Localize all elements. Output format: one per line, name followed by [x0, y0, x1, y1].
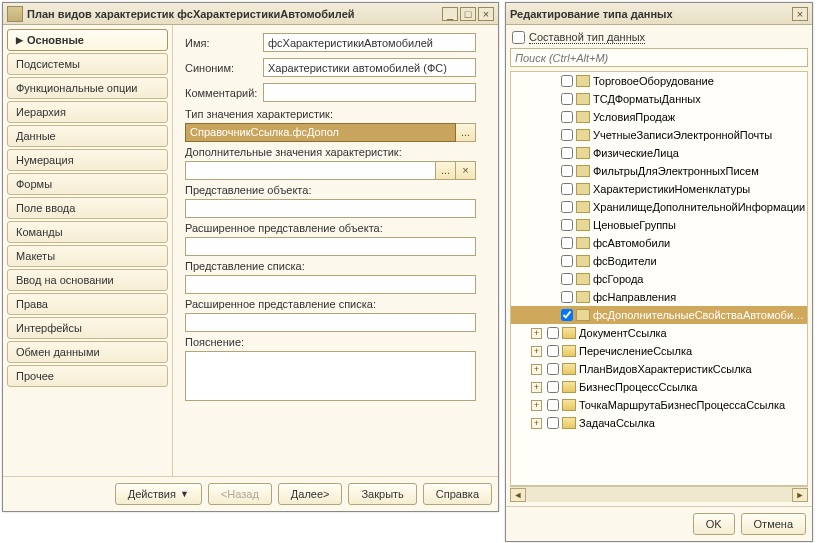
types-tree[interactable]: ТорговоеОборудованиеТСДФорматыДанныхУсло… [510, 71, 808, 486]
minimize-button[interactable]: _ [442, 7, 458, 21]
tree-item[interactable]: фсДополнительныеСвойстваАвтомобилей [511, 306, 807, 324]
expand-icon[interactable]: + [531, 400, 542, 411]
tree-checkbox[interactable] [561, 255, 573, 267]
tree-checkbox[interactable] [561, 165, 573, 177]
tree-checkbox[interactable] [547, 399, 559, 411]
sidebar-tab-7[interactable]: Поле ввода [7, 197, 168, 219]
sidebar-tab-9[interactable]: Макеты [7, 245, 168, 267]
tree-checkbox[interactable] [561, 129, 573, 141]
hscrollbar[interactable]: ◄ ► [510, 486, 808, 502]
type-value-field[interactable]: СправочникСсылка.фсДопол [185, 123, 456, 142]
tree-checkbox[interactable] [547, 327, 559, 339]
search-input[interactable] [510, 48, 808, 67]
tree-item[interactable]: ФильтрыДляЭлектронныхПисем [511, 162, 807, 180]
scroll-right-icon[interactable]: ► [792, 488, 808, 502]
help-button[interactable]: Справка [423, 483, 492, 505]
tree-checkbox[interactable] [561, 273, 573, 285]
sidebar-tab-6[interactable]: Формы [7, 173, 168, 195]
tree-checkbox[interactable] [561, 183, 573, 195]
close-button[interactable]: × [478, 7, 494, 21]
ext-obj-repr-input[interactable] [185, 237, 476, 256]
tree-item[interactable]: ФизическиеЛица [511, 144, 807, 162]
titlebar-left: План видов характеристик фсХарактеристик… [3, 3, 498, 25]
tree-item[interactable]: фсГорода [511, 270, 807, 288]
tree-checkbox[interactable] [561, 291, 573, 303]
tree-item-label: фсАвтомобили [593, 237, 807, 249]
actions-button[interactable]: Действия▼ [115, 483, 202, 505]
sidebar-tab-4[interactable]: Данные [7, 125, 168, 147]
expand-icon[interactable]: + [531, 328, 542, 339]
addvals-input[interactable] [185, 161, 436, 180]
tree-checkbox[interactable] [561, 75, 573, 87]
tree-checkbox[interactable] [561, 93, 573, 105]
sidebar-tab-13[interactable]: Обмен данными [7, 341, 168, 363]
compound-type-checkbox[interactable] [512, 31, 525, 44]
tree-item[interactable]: ЦеновыеГруппы [511, 216, 807, 234]
scroll-left-icon[interactable]: ◄ [510, 488, 526, 502]
expand-icon[interactable]: + [531, 382, 542, 393]
tree-group[interactable]: +БизнесПроцессСсылка [511, 378, 807, 396]
tree-checkbox[interactable] [561, 111, 573, 123]
sidebar-tab-2[interactable]: Функциональные опции [7, 77, 168, 99]
expand-icon[interactable]: + [531, 418, 542, 429]
next-button[interactable]: Далее> [278, 483, 343, 505]
tree-group[interactable]: +ТочкаМаршрутаБизнесПроцессаСсылка [511, 396, 807, 414]
name-input[interactable] [263, 33, 476, 52]
tree-item[interactable]: фсВодители [511, 252, 807, 270]
tree-checkbox[interactable] [547, 345, 559, 357]
sidebar-tab-12[interactable]: Интерфейсы [7, 317, 168, 339]
sidebar-tab-0[interactable]: Основные [7, 29, 168, 51]
obj-repr-input[interactable] [185, 199, 476, 218]
ext-list-repr-input[interactable] [185, 313, 476, 332]
tree-item[interactable]: фсАвтомобили [511, 234, 807, 252]
restore-button[interactable]: □ [460, 7, 476, 21]
sidebar-tab-3[interactable]: Иерархия [7, 101, 168, 123]
tree-checkbox[interactable] [561, 219, 573, 231]
sidebar-tab-1[interactable]: Подсистемы [7, 53, 168, 75]
sidebar-tab-10[interactable]: Ввод на основании [7, 269, 168, 291]
addvals-select-button[interactable]: ... [436, 161, 456, 180]
tree-item-label: ЦеновыеГруппы [593, 219, 807, 231]
tree-item-label: ТочкаМаршрутаБизнесПроцессаСсылка [579, 399, 807, 411]
tree-item[interactable]: ХарактеристикиНоменклатуры [511, 180, 807, 198]
folder-icon [562, 381, 576, 393]
ref-icon [576, 93, 590, 105]
explain-input[interactable] [185, 351, 476, 401]
expand-icon[interactable]: + [531, 364, 542, 375]
addvals-clear-button[interactable]: × [456, 161, 476, 180]
tree-checkbox[interactable] [561, 147, 573, 159]
tree-group[interactable]: +ДокументСсылка [511, 324, 807, 342]
tree-item[interactable]: ХранилищеДополнительнойИнформации [511, 198, 807, 216]
type-select-button[interactable]: ... [456, 123, 476, 142]
tree-checkbox[interactable] [547, 381, 559, 393]
sidebar-tab-8[interactable]: Команды [7, 221, 168, 243]
ok-button[interactable]: OK [693, 513, 735, 535]
tree-checkbox[interactable] [547, 417, 559, 429]
tree-item-label: БизнесПроцессСсылка [579, 381, 807, 393]
list-repr-input[interactable] [185, 275, 476, 294]
tree-checkbox[interactable] [561, 309, 573, 321]
sidebar-tab-5[interactable]: Нумерация [7, 149, 168, 171]
tree-checkbox[interactable] [547, 363, 559, 375]
synonym-input[interactable] [263, 58, 476, 77]
sidebar-tab-14[interactable]: Прочее [7, 365, 168, 387]
tree-item[interactable]: УчетныеЗаписиЭлектроннойПочты [511, 126, 807, 144]
tree-checkbox[interactable] [561, 201, 573, 213]
sidebar-tab-11[interactable]: Права [7, 293, 168, 315]
tree-group[interactable]: +ПланВидовХарактеристикСсылка [511, 360, 807, 378]
tree-item[interactable]: фсНаправления [511, 288, 807, 306]
close-window-button[interactable]: Закрыть [348, 483, 416, 505]
tree-item[interactable]: УсловияПродаж [511, 108, 807, 126]
compound-type-label[interactable]: Составной тип данных [529, 31, 645, 44]
name-label: Имя: [185, 37, 263, 49]
tree-item[interactable]: ТСДФорматыДанных [511, 90, 807, 108]
tree-group[interactable]: +ЗадачаСсылка [511, 414, 807, 432]
back-button[interactable]: <Назад [208, 483, 272, 505]
cancel-button[interactable]: Отмена [741, 513, 806, 535]
comment-input[interactable] [263, 83, 476, 102]
tree-checkbox[interactable] [561, 237, 573, 249]
tree-group[interactable]: +ПеречислениеСсылка [511, 342, 807, 360]
expand-icon[interactable]: + [531, 346, 542, 357]
tree-item[interactable]: ТорговоеОборудование [511, 72, 807, 90]
close-button-right[interactable]: × [792, 7, 808, 21]
